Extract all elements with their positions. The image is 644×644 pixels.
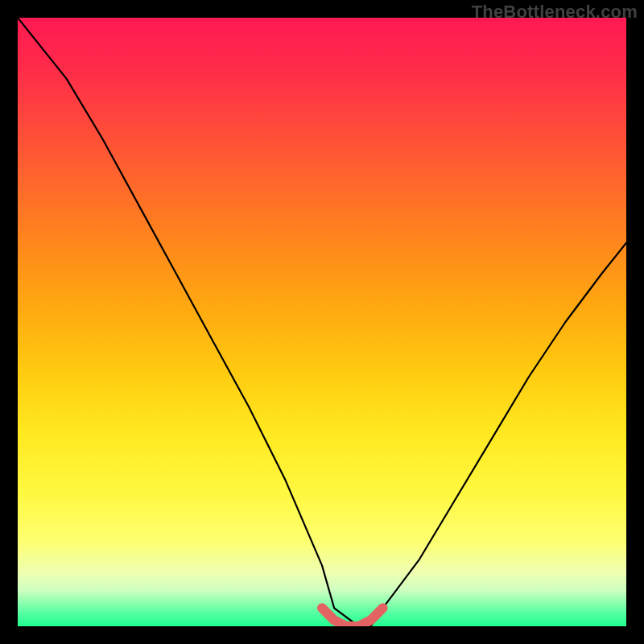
- optimal-range-marker: [322, 608, 383, 626]
- watermark-text: TheBottleneck.com: [472, 2, 638, 23]
- bottleneck-curve: [18, 18, 626, 626]
- plot-area: [18, 18, 626, 626]
- chart-svg: [18, 18, 626, 626]
- chart-frame: TheBottleneck.com: [0, 0, 644, 644]
